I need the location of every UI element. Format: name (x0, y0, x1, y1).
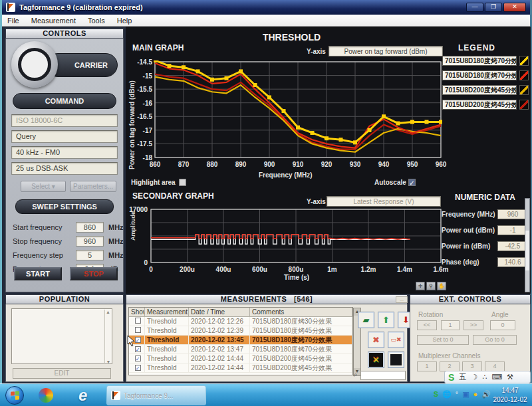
import-button[interactable]: ⬆ (378, 312, 394, 328)
modulation-select[interactable]: 25 us DSB-ASK (11, 162, 118, 175)
show-checkbox[interactable] (135, 318, 141, 324)
sweep-settings-button[interactable]: SWEEP SETTINGS (15, 199, 114, 214)
minimize-button[interactable]: — (466, 3, 483, 12)
table-row[interactable]: Threshold 2020-12-02 12:26 7015U8D180度烤3… (129, 317, 352, 326)
link-freq-select[interactable]: 40 kHz - FM0 (11, 146, 118, 159)
tray-sogou-icon[interactable]: S (434, 389, 438, 399)
table-row[interactable]: ✓ Threshold 2020-12-02 13:45 7015U8D180度… (129, 336, 352, 345)
tray-alert-icon[interactable]: ● (473, 389, 478, 399)
ext-controls-panel: EXT. CONTROLS Rotation Angle << 1 >> 0 S… (410, 294, 531, 382)
table-row[interactable]: Threshold 2020-12-02 12:39 7015U8D180度烤4… (129, 326, 352, 336)
col-datetime[interactable]: Date / Time (189, 308, 250, 316)
input-method-bar: S 五 ☽ ∴ ⌨ ⚒ (444, 371, 531, 383)
graph-zoom-icon[interactable]: ⚲ (426, 282, 436, 290)
taskbar-tagformance-button[interactable]: Tagformance 9... (106, 385, 206, 405)
population-header: POPULATION (5, 294, 124, 304)
angle-field[interactable]: 0 (490, 320, 515, 330)
rotation-step-field[interactable]: 1 (441, 320, 460, 330)
menu-measurement[interactable]: Measurement (31, 17, 76, 25)
command-select[interactable]: Query (11, 130, 118, 143)
main-yaxis-select[interactable]: Power on tag forward (dBm) (329, 46, 443, 56)
show-checkbox[interactable]: ✓ (135, 365, 141, 371)
arrow-up-icon: ⬆ (378, 312, 394, 328)
mux-channel-4-button[interactable]: 4 (485, 361, 505, 371)
select-dropdown[interactable]: Select ▾ (21, 181, 66, 192)
menubar: File Measurement Tools Help (2, 15, 530, 27)
comment-search-input[interactable] (360, 371, 406, 380)
carrier-button[interactable] (11, 41, 58, 88)
show-checkbox[interactable]: ✓ (135, 337, 141, 343)
keyboard-icon[interactable]: ⌨ (491, 373, 502, 381)
tray-display-icon[interactable]: ▣ (462, 389, 469, 399)
stop-frequency-input[interactable]: 960 (76, 236, 104, 247)
set-to-0-button[interactable]: Set to 0 (417, 335, 469, 345)
delete-button[interactable]: ✖ (368, 332, 384, 348)
threshold-tab-area: THRESHOLD MAIN GRAPH Y-axis Power on tag… (126, 27, 531, 294)
more-button[interactable]: ... (396, 296, 408, 303)
table-row[interactable]: ✓ Threshold 2020-12-02 13:47 7015U8D180度… (129, 345, 352, 354)
graph-pan-icon[interactable]: ✋ (437, 282, 446, 290)
secondary-ylabel: Amplitude (130, 211, 136, 241)
tray-update-icon[interactable]: ° (456, 389, 458, 399)
moon-icon[interactable]: ☽ (471, 373, 477, 381)
graph-crosshair-icon[interactable]: ✛ (416, 282, 425, 290)
autoscale-checkbox[interactable]: ✓ (408, 179, 416, 186)
table-row[interactable]: ✓ Threshold 2020-12-02 14:44 7015U8D200度… (129, 354, 352, 363)
col-show[interactable]: Show (129, 308, 145, 316)
maximize-button[interactable]: ❐ (485, 3, 502, 12)
command-button[interactable]: COMMAND (13, 93, 116, 109)
tray-network-icon[interactable]: 🌐 (442, 389, 452, 399)
protocol-select[interactable]: ISO 18000-6C (11, 114, 118, 127)
color-map-button[interactable]: ✕ (368, 352, 384, 368)
black-swatch-button[interactable] (388, 352, 404, 368)
numeric-power-in-value: -42.5 (497, 241, 528, 251)
main-graph-plot[interactable] (154, 60, 442, 159)
stop-button[interactable]: STOP (70, 267, 118, 280)
col-comments[interactable]: Comments (250, 308, 352, 316)
rotation-label: Rotation (418, 311, 443, 318)
close-button[interactable]: ✕ (503, 3, 526, 12)
frequency-step-input[interactable]: 5 (76, 250, 104, 260)
start-button[interactable] (5, 386, 24, 405)
menu-help[interactable]: Help (117, 17, 132, 25)
start-frequency-input[interactable]: 860 (76, 222, 104, 233)
mux-channel-3-button[interactable]: 3 (462, 361, 482, 371)
menu-tools[interactable]: Tools (88, 17, 105, 25)
save-measurement-button[interactable]: ▰ (358, 312, 374, 328)
internet-explorer-icon[interactable]: e (78, 386, 87, 405)
dots-icon[interactable]: ∴ (482, 373, 487, 381)
show-checkbox[interactable]: ✓ (135, 346, 141, 352)
side-scrollbar[interactable] (525, 198, 530, 292)
secondary-yaxis-select[interactable]: Latest Response (V) (327, 196, 441, 207)
wrench-icon[interactable]: ⚒ (507, 373, 513, 381)
parameters-button[interactable]: Parameters... (70, 181, 116, 192)
rotate-prev-button[interactable]: << (417, 320, 437, 330)
start-button[interactable]: START (14, 267, 62, 280)
stop-frequency-row: Stop frequency 960 MHz (13, 236, 122, 248)
rotate-next-button[interactable]: >> (464, 320, 483, 330)
numeric-power-in-row: Power in (dBm) -42.5 (442, 241, 528, 252)
population-list[interactable]: ▲▼ (11, 308, 112, 364)
menu-file[interactable]: File (7, 17, 19, 25)
sogou-icon[interactable]: S (448, 372, 454, 383)
highlight-area-checkbox[interactable] (179, 179, 186, 186)
population-edit-button[interactable]: EDIT (13, 368, 111, 379)
app-window: Tagformance 9 (calibration expired) — ❐ … (0, 0, 532, 383)
show-checkbox[interactable] (135, 327, 141, 333)
secondary-graph-plot[interactable] (150, 208, 442, 264)
window-title: Tagformance 9 (calibration expired) (19, 3, 466, 11)
delete-all-button[interactable]: ▭✖ (388, 332, 404, 348)
main-graph-label: MAIN GRAPH (132, 43, 184, 52)
table-row[interactable]: ✓ Threshold 2020-12-02 14:44 7015U8D200度… (129, 363, 352, 373)
mux-channel-1-button[interactable]: 1 (417, 361, 437, 371)
input-mode-icon[interactable]: 五 (459, 372, 466, 382)
show-checkbox[interactable]: ✓ (135, 355, 141, 361)
tray-volume-icon[interactable]: 🔊 (481, 389, 491, 399)
media-app-icon[interactable] (39, 388, 53, 403)
mux-channel-2-button[interactable]: 2 (440, 361, 460, 371)
measurements-header: MEASUREMENTS [546] (126, 294, 408, 304)
col-measurement[interactable]: Measurement (145, 308, 189, 316)
population-scrollbar[interactable]: ▲▼ (104, 310, 111, 364)
go-to-0-button[interactable]: Go to 0 (473, 335, 517, 345)
taskbar-clock[interactable]: 14:47 2020-12-02 (491, 386, 529, 405)
